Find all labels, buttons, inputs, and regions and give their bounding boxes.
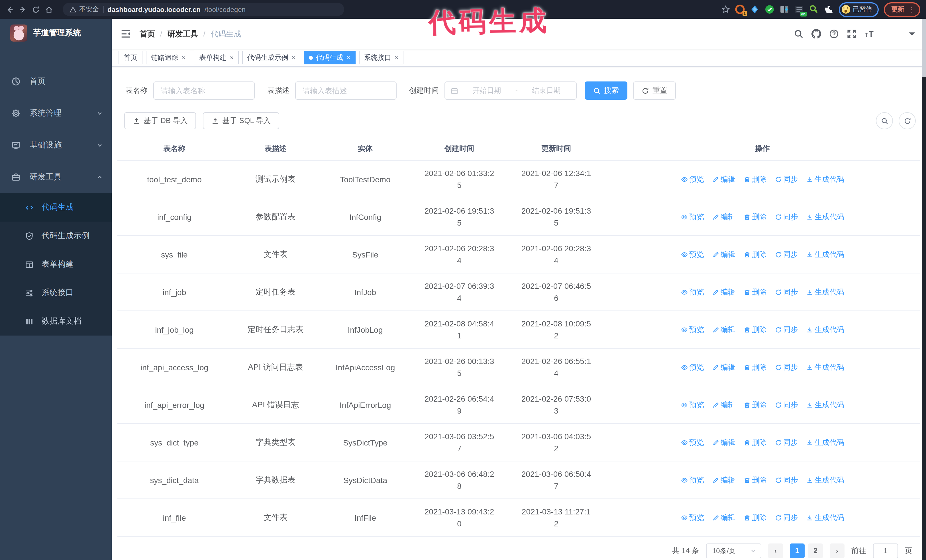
row-action-edit[interactable]: 编辑 [712, 512, 735, 523]
tab-active[interactable]: 代码生成× [304, 51, 356, 64]
sidebar-subitem[interactable]: 数据库文档 [0, 307, 112, 335]
reload-icon[interactable] [32, 5, 40, 14]
extension-list-icon[interactable]: on [794, 5, 804, 14]
row-action-delete[interactable]: 删除 [743, 400, 767, 410]
next-page-button[interactable]: › [830, 543, 844, 558]
table-desc-input[interactable] [295, 82, 396, 100]
row-action-edit[interactable]: 编辑 [712, 400, 735, 410]
sidebar-item[interactable]: 研发工具 [0, 161, 112, 193]
row-action-download[interactable]: 生成代码 [806, 174, 844, 184]
row-action-edit[interactable]: 编辑 [712, 437, 735, 447]
row-action-eye[interactable]: 预览 [681, 211, 704, 222]
row-action-download[interactable]: 生成代码 [806, 437, 844, 447]
row-action-edit[interactable]: 编辑 [712, 211, 735, 222]
date-range-picker[interactable]: 开始日期 - 结束日期 [445, 82, 577, 100]
security-warning[interactable]: 不安全 [70, 5, 99, 14]
close-icon[interactable]: × [347, 54, 351, 61]
goto-page-input[interactable] [873, 543, 898, 558]
scrollbar-thumb[interactable] [922, 19, 926, 77]
extension-orange-icon[interactable]: 1 [735, 5, 744, 14]
breadcrumb-home[interactable]: 首页 [139, 29, 155, 39]
hamburger-icon[interactable] [112, 29, 139, 39]
breadcrumb-devtools[interactable]: 研发工具 [168, 29, 198, 39]
row-action-eye[interactable]: 预览 [681, 362, 704, 372]
row-action-edit[interactable]: 编辑 [712, 362, 735, 372]
close-icon[interactable]: × [395, 54, 399, 61]
row-action-edit[interactable]: 编辑 [712, 249, 735, 260]
row-action-download[interactable]: 生成代码 [806, 512, 844, 523]
tab-item[interactable]: 链路追踪× [146, 51, 191, 64]
home-icon[interactable] [45, 5, 53, 14]
row-action-edit[interactable]: 编辑 [712, 174, 735, 184]
prev-page-button[interactable]: ‹ [768, 543, 783, 558]
import-db-button[interactable]: 基于 DB 导入 [124, 112, 196, 129]
tab-item[interactable]: 表单构建× [194, 51, 239, 64]
row-action-sync[interactable]: 同步 [775, 400, 798, 410]
sidebar-logo[interactable]: 芋道管理系统 [0, 19, 112, 47]
tab-item[interactable]: 首页 [118, 51, 142, 64]
table-name-input[interactable] [153, 82, 255, 100]
sidebar-subitem[interactable]: 代码生成示例 [0, 222, 112, 250]
row-action-edit[interactable]: 编辑 [712, 475, 735, 485]
browser-update-button[interactable]: 更新 ⋮ [884, 2, 920, 17]
row-action-delete[interactable]: 删除 [743, 211, 767, 222]
extensions-puzzle-icon[interactable] [824, 5, 834, 14]
close-icon[interactable]: × [182, 54, 186, 61]
row-action-delete[interactable]: 删除 [743, 287, 767, 297]
close-icon[interactable]: × [230, 54, 234, 61]
user-avatar[interactable] [882, 25, 899, 42]
row-action-delete[interactable]: 删除 [743, 437, 767, 447]
row-action-sync[interactable]: 同步 [775, 174, 798, 184]
row-action-download[interactable]: 生成代码 [806, 475, 844, 485]
page-button-1[interactable]: 1 [790, 543, 805, 558]
page-size-select[interactable]: 10条/页 [706, 543, 761, 558]
forward-icon[interactable] [19, 5, 27, 14]
row-action-delete[interactable]: 删除 [743, 325, 767, 335]
sidebar-subitem[interactable]: 表单构建 [0, 250, 112, 279]
chrome-menu-icon[interactable]: ⋮ [908, 6, 915, 12]
import-sql-button[interactable]: 基于 SQL 导入 [203, 112, 280, 129]
row-action-sync[interactable]: 同步 [775, 475, 798, 485]
row-action-delete[interactable]: 删除 [743, 475, 767, 485]
search-icon[interactable] [794, 29, 803, 39]
row-action-eye[interactable]: 预览 [681, 475, 704, 485]
extension-green-check-icon[interactable] [764, 5, 774, 14]
github-icon[interactable] [811, 29, 821, 39]
chevron-down-icon[interactable] [907, 29, 917, 39]
extension-panels-icon[interactable] [779, 5, 789, 14]
row-action-download[interactable]: 生成代码 [806, 287, 844, 297]
sidebar-item[interactable]: 基础设施 [0, 129, 112, 161]
row-action-eye[interactable]: 预览 [681, 400, 704, 410]
row-action-download[interactable]: 生成代码 [806, 325, 844, 335]
row-action-sync[interactable]: 同步 [775, 287, 798, 297]
row-action-edit[interactable]: 编辑 [712, 325, 735, 335]
row-action-delete[interactable]: 删除 [743, 249, 767, 260]
tab-item[interactable]: 代码生成示例× [242, 51, 301, 64]
row-action-delete[interactable]: 删除 [743, 512, 767, 523]
row-action-download[interactable]: 生成代码 [806, 211, 844, 222]
sidebar-item[interactable]: 首页 [0, 65, 112, 97]
row-action-sync[interactable]: 同步 [775, 362, 798, 372]
page-button-2[interactable]: 2 [808, 543, 823, 558]
reset-button[interactable]: 重置 [633, 82, 676, 100]
back-icon[interactable] [6, 5, 14, 14]
row-action-download[interactable]: 生成代码 [806, 249, 844, 260]
page-scrollbar[interactable] [922, 19, 926, 560]
row-action-sync[interactable]: 同步 [775, 512, 798, 523]
row-action-sync[interactable]: 同步 [775, 249, 798, 260]
bookmark-star-icon[interactable] [721, 5, 730, 14]
row-action-eye[interactable]: 预览 [681, 325, 704, 335]
row-action-delete[interactable]: 删除 [743, 362, 767, 372]
row-action-eye[interactable]: 预览 [681, 287, 704, 297]
url-bar[interactable]: 不安全 dashboard.yudao.iocoder.cn/tool/code… [63, 3, 344, 16]
sidebar-item[interactable]: 系统管理 [0, 97, 112, 129]
row-action-eye[interactable]: 预览 [681, 174, 704, 184]
toggle-search-button[interactable] [876, 112, 893, 129]
fullscreen-icon[interactable] [847, 29, 856, 39]
search-button[interactable]: 搜索 [585, 82, 627, 100]
refresh-table-button[interactable] [899, 112, 916, 129]
row-action-sync[interactable]: 同步 [775, 437, 798, 447]
row-action-eye[interactable]: 预览 [681, 437, 704, 447]
sidebar-subitem[interactable]: 系统接口 [0, 279, 112, 307]
row-action-delete[interactable]: 删除 [743, 174, 767, 184]
